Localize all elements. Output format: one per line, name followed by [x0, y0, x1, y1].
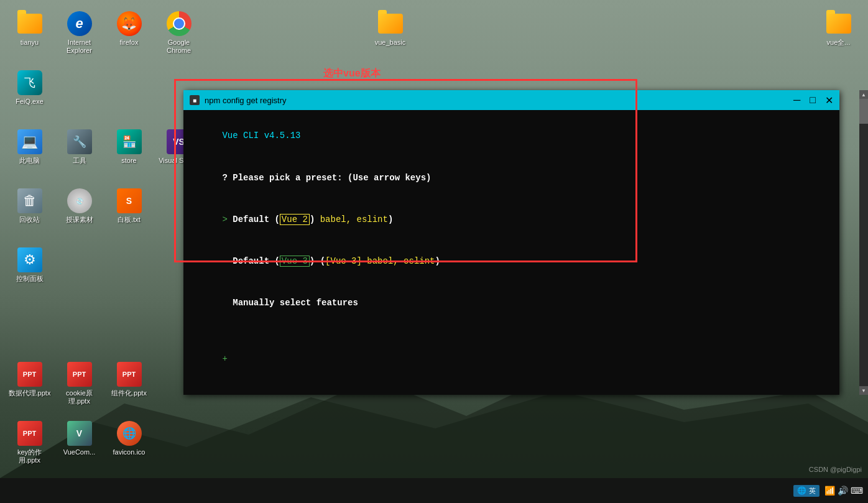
desktop-icon-this-pc-label: 此电脑	[19, 157, 40, 165]
desktop-icon-tools-label: 工具	[73, 157, 86, 165]
desktop-icon-whiteboard[interactable]: S 白板.txt	[106, 183, 152, 239]
desktop-icon-vue-basic-label: vue_basic	[375, 39, 406, 47]
desktop-icon-tools[interactable]: 🔧 工具	[56, 124, 103, 180]
taskbar-sound-icon: 🔊	[838, 486, 848, 496]
terminal-controls: ─ □ ✕	[793, 95, 833, 106]
scrollbar-thumb[interactable]	[859, 99, 868, 124]
desktop-icon-component[interactable]: PPT 组件化.pptx	[106, 357, 152, 413]
terminal-vue2-tools: babel, eslint	[320, 215, 388, 224]
calligraphy-decoration: 逝者如斯夫不舍昼夜论语	[775, 50, 831, 84]
terminal-vue3-tools2: babel, eslint	[367, 256, 435, 266]
taskbar-system-tray[interactable]: 📶 🔊 ⌨	[824, 486, 863, 496]
terminal-question-text: ? Please pick a preset: (Use arrow keys)	[222, 173, 431, 183]
desktop-icon-vue-comm-label: VueCom...	[63, 448, 96, 456]
scrollbar-track[interactable]	[859, 99, 868, 386]
taskbar-input-icon: 🌐	[797, 486, 806, 495]
terminal-version-text: Vue CLI v4.5.13	[222, 131, 300, 141]
desktop-icon-this-pc[interactable]: 💻 此电脑	[6, 124, 53, 180]
terminal-default-label: Default (	[233, 215, 280, 224]
desktop-icon-whiteboard-label: 白板.txt	[118, 216, 141, 224]
terminal-vue2-box: Vue 2	[280, 214, 310, 225]
desktop-icon-vue-all-label: vue全...	[827, 39, 851, 47]
terminal-title-text: npm config get registry	[205, 96, 287, 105]
desktop-icon-key-pptx-label: key的作用.pptx	[8, 448, 52, 464]
annotation-label: 选中vue版本	[323, 67, 381, 80]
taskbar-input-method[interactable]: 🌐 英	[793, 485, 820, 497]
desktop-icon-ie[interactable]: e Internet Explorer	[56, 6, 103, 62]
terminal-icon: ■	[190, 95, 200, 105]
desktop-icon-recycle[interactable]: 🗑 回收站	[6, 183, 53, 239]
terminal-line-vue3: Default (Vue 3) ([Vue 3] babel, eslint)	[191, 241, 832, 282]
desktop-icon-key-pptx[interactable]: PPT key的作用.pptx	[6, 416, 53, 472]
desktop-icon-data-agent-label: 数据代理.pptx	[9, 389, 51, 397]
terminal-vue3-suffix: ) (	[310, 256, 325, 266]
desktop-icon-vue-basic[interactable]: vue_basic	[367, 6, 413, 47]
terminal-vue3-prefix: Default (	[222, 256, 279, 266]
desktop-icon-control-panel[interactable]: ⚙ 控制面板	[6, 242, 53, 298]
terminal-close-button[interactable]: ✕	[825, 95, 833, 106]
terminal-cursor: +	[222, 354, 227, 364]
desktop-icon-media-label: 授课素材	[66, 216, 93, 224]
terminal-vue2-paren: )	[388, 215, 393, 224]
terminal-line-empty1	[191, 324, 832, 338]
terminal-titlebar: ■ npm config get registry ─ □ ✕	[183, 90, 839, 110]
terminal-line-selected: > Default (Vue 2) babel, eslint)	[191, 198, 832, 240]
desktop-bottom-icons: PPT 数据代理.pptx PPT cookie原理.pptx PPT 组件化.…	[6, 357, 202, 472]
terminal-vue3-box: Vue 3	[280, 256, 310, 267]
desktop-icons-grid: tianyu e Internet Explorer 🦊 firefox Goo…	[6, 6, 202, 298]
desktop-icon-recycle-label: 回收站	[19, 216, 40, 224]
taskbar-input-label: 英	[809, 486, 816, 496]
desktop-icon-store-label: store	[121, 157, 136, 165]
desktop-icon-cookie-label: cookie原理.pptx	[58, 389, 101, 405]
taskbar: 🌐 英 📶 🔊 ⌨	[0, 478, 868, 503]
terminal-arrow: >	[222, 215, 233, 224]
desktop-icon-chrome-label: Google Chrome	[157, 39, 201, 55]
terminal-vue3-paren2: )	[435, 256, 440, 266]
desktop-icon-vue-comm[interactable]: V VueCom...	[56, 416, 103, 472]
desktop-icon-control-panel-label: 控制面板	[16, 275, 44, 283]
desktop-icon-tianyu-label: tianyu	[21, 39, 39, 47]
desktop-icon-data-agent[interactable]: PPT 数据代理.pptx	[6, 357, 53, 413]
terminal-body[interactable]: Vue CLI v4.5.13 ? Please pick a preset: …	[183, 110, 839, 395]
desktop-icon-favicon[interactable]: 🌐 favicon.ico	[106, 416, 152, 472]
terminal-scrollbar[interactable]: ▲ ▼	[859, 90, 868, 395]
csdn-watermark: CSDN @pigDigpi	[809, 466, 862, 473]
desktop-icon-cookie[interactable]: PPT cookie原理.pptx	[56, 357, 103, 413]
terminal-cursor-line: +	[191, 338, 832, 379]
taskbar-keyboard-icon: ⌨	[851, 486, 863, 496]
terminal-vue3-tag: [Vue 3]	[325, 256, 362, 266]
terminal-line-manual: Manually select features	[191, 282, 832, 324]
scrollbar-up-button[interactable]: ▲	[859, 90, 868, 99]
terminal-title: ■ npm config get registry	[190, 95, 287, 105]
desktop-icon-firefox[interactable]: 🦊 firefox	[106, 6, 152, 62]
terminal-minimize-button[interactable]: ─	[793, 95, 800, 106]
taskbar-network-icon: 📶	[824, 486, 835, 496]
desktop-icon-media[interactable]: 💿 授课素材	[56, 183, 103, 239]
desktop-icon-component-label: 组件化.pptx	[111, 389, 147, 397]
desktop-icon-favicon-label: favicon.ico	[113, 448, 145, 456]
terminal-manual-text: Manually select features	[222, 298, 358, 308]
terminal-default-suffix: )	[310, 215, 320, 224]
terminal-maximize-button[interactable]: □	[810, 95, 816, 106]
desktop-icon-chrome[interactable]: Google Chrome	[155, 6, 202, 62]
terminal-line-question: ? Please pick a preset: (Use arrow keys)	[191, 157, 832, 198]
terminal-line-version: Vue CLI v4.5.13	[191, 115, 832, 157]
desktop-icon-firefox-label: firefox	[120, 39, 139, 47]
desktop-icon-vue-all[interactable]: vue全...	[815, 6, 862, 47]
terminal-window[interactable]: ■ npm config get registry ─ □ ✕ Vue CLI …	[183, 90, 839, 395]
scrollbar-down-button[interactable]: ▼	[859, 386, 868, 395]
desktop-icon-store[interactable]: 🏪 store	[106, 124, 152, 180]
desktop-icon-tianyu[interactable]: tianyu	[6, 6, 53, 62]
desktop-icon-feiq[interactable]: 飞 FeiQ.exe	[6, 65, 53, 121]
desktop-icon-feiq-label: FeiQ.exe	[16, 98, 44, 106]
desktop-icon-ie-label: Internet Explorer	[58, 39, 101, 55]
